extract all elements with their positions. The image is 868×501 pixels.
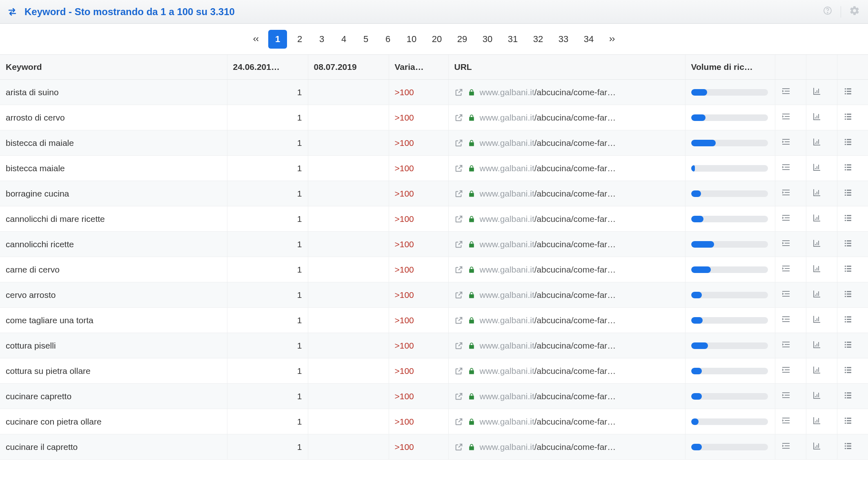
- cell-keyword[interactable]: arista di suino: [0, 80, 227, 105]
- cell-action-chart[interactable]: [806, 156, 837, 181]
- cell-keyword[interactable]: cervo arrosto: [0, 282, 227, 308]
- cell-keyword[interactable]: bistecca di maiale: [0, 130, 227, 156]
- external-link-icon[interactable]: [454, 240, 463, 249]
- cell-action-chart[interactable]: [806, 206, 837, 232]
- cell-action-indent[interactable]: [775, 156, 806, 181]
- cell-url[interactable]: www.galbani.it/abcucina/come-far…: [448, 257, 685, 282]
- page-10[interactable]: 10: [401, 30, 423, 49]
- cell-url[interactable]: www.galbani.it/abcucina/come-far…: [448, 105, 685, 130]
- cell-action-indent[interactable]: [775, 105, 806, 130]
- page-30[interactable]: 30: [476, 30, 499, 49]
- chart-icon[interactable]: [812, 441, 822, 451]
- url-text[interactable]: www.galbani.it/abcucina/come-far…: [480, 113, 616, 123]
- cell-url[interactable]: www.galbani.it/abcucina/come-far…: [448, 181, 685, 206]
- chart-icon[interactable]: [812, 416, 822, 425]
- chart-icon[interactable]: [812, 188, 822, 197]
- cell-action-chart[interactable]: [806, 409, 837, 434]
- chart-icon[interactable]: [812, 264, 822, 273]
- cell-action-list[interactable]: [837, 105, 868, 130]
- page-31[interactable]: 31: [502, 30, 524, 49]
- indent-icon[interactable]: [781, 112, 791, 121]
- cell-url[interactable]: www.galbani.it/abcucina/come-far…: [448, 232, 685, 257]
- cell-url[interactable]: www.galbani.it/abcucina/come-far…: [448, 206, 685, 232]
- cell-action-chart[interactable]: [806, 333, 837, 358]
- cell-action-list[interactable]: [837, 130, 868, 156]
- page-33[interactable]: 33: [552, 30, 574, 49]
- list-icon[interactable]: [843, 162, 853, 172]
- list-icon[interactable]: [843, 86, 853, 96]
- cell-action-list[interactable]: [837, 384, 868, 409]
- chart-icon[interactable]: [812, 213, 822, 223]
- cell-action-indent[interactable]: [775, 434, 806, 460]
- external-link-icon[interactable]: [454, 367, 463, 376]
- cell-action-indent[interactable]: [775, 308, 806, 333]
- cell-action-chart[interactable]: [806, 80, 837, 105]
- url-text[interactable]: www.galbani.it/abcucina/come-far…: [480, 214, 616, 224]
- indent-icon[interactable]: [781, 441, 791, 451]
- cell-action-list[interactable]: [837, 206, 868, 232]
- list-icon[interactable]: [843, 264, 853, 273]
- cell-url[interactable]: www.galbani.it/abcucina/come-far…: [448, 333, 685, 358]
- page-20[interactable]: 20: [426, 30, 448, 49]
- chart-icon[interactable]: [812, 314, 822, 324]
- col-header-date1[interactable]: 24.06.201…: [227, 55, 308, 80]
- cell-action-list[interactable]: [837, 409, 868, 434]
- cell-action-list[interactable]: [837, 181, 868, 206]
- url-text[interactable]: www.galbani.it/abcucina/come-far…: [480, 366, 616, 376]
- indent-icon[interactable]: [781, 213, 791, 223]
- page-3[interactable]: 3: [312, 30, 331, 49]
- url-text[interactable]: www.galbani.it/abcucina/come-far…: [480, 391, 616, 401]
- url-text[interactable]: www.galbani.it/abcucina/come-far…: [480, 290, 616, 300]
- list-icon[interactable]: [843, 188, 853, 197]
- page-29[interactable]: 29: [451, 30, 473, 49]
- chart-icon[interactable]: [812, 238, 822, 248]
- col-header-date2[interactable]: 08.07.2019: [308, 55, 389, 80]
- cell-action-chart[interactable]: [806, 105, 837, 130]
- cell-keyword[interactable]: bistecca maiale: [0, 156, 227, 181]
- col-header-url[interactable]: URL: [448, 55, 685, 80]
- cell-action-chart[interactable]: [806, 434, 837, 460]
- external-link-icon[interactable]: [454, 392, 463, 401]
- cell-action-indent[interactable]: [775, 130, 806, 156]
- url-text[interactable]: www.galbani.it/abcucina/come-far…: [480, 87, 616, 97]
- cell-action-chart[interactable]: [806, 257, 837, 282]
- indent-icon[interactable]: [781, 162, 791, 172]
- cell-action-chart[interactable]: [806, 181, 837, 206]
- cell-action-list[interactable]: [837, 333, 868, 358]
- cell-keyword[interactable]: arrosto di cervo: [0, 105, 227, 130]
- cell-action-list[interactable]: [837, 308, 868, 333]
- indent-icon[interactable]: [781, 416, 791, 425]
- cell-keyword[interactable]: cannolicchi di mare ricette: [0, 206, 227, 232]
- external-link-icon[interactable]: [454, 291, 463, 300]
- url-text[interactable]: www.galbani.it/abcucina/come-far…: [480, 341, 616, 351]
- indent-icon[interactable]: [781, 188, 791, 197]
- cell-url[interactable]: www.galbani.it/abcucina/come-far…: [448, 130, 685, 156]
- list-icon[interactable]: [843, 112, 853, 121]
- indent-icon[interactable]: [781, 238, 791, 248]
- chart-icon[interactable]: [812, 112, 822, 121]
- chart-icon[interactable]: [812, 365, 822, 375]
- external-link-icon[interactable]: [454, 215, 463, 224]
- chart-icon[interactable]: [812, 162, 822, 172]
- external-link-icon[interactable]: [454, 88, 463, 97]
- list-icon[interactable]: [843, 137, 853, 147]
- list-icon[interactable]: [843, 314, 853, 324]
- external-link-icon[interactable]: [454, 113, 463, 122]
- page-1[interactable]: 1: [268, 30, 287, 49]
- cell-url[interactable]: www.galbani.it/abcucina/come-far…: [448, 358, 685, 384]
- cell-action-list[interactable]: [837, 232, 868, 257]
- cell-keyword[interactable]: carne di cervo: [0, 257, 227, 282]
- cell-action-list[interactable]: [837, 282, 868, 308]
- col-header-volume[interactable]: Volume di ric…: [685, 55, 775, 80]
- cell-action-chart[interactable]: [806, 282, 837, 308]
- list-icon[interactable]: [843, 441, 853, 451]
- chart-icon[interactable]: [812, 390, 822, 400]
- cell-action-indent[interactable]: [775, 80, 806, 105]
- page-5[interactable]: 5: [356, 30, 375, 49]
- cell-url[interactable]: www.galbani.it/abcucina/come-far…: [448, 384, 685, 409]
- cell-keyword[interactable]: cottura piselli: [0, 333, 227, 358]
- pagination-first[interactable]: [246, 30, 265, 49]
- page-34[interactable]: 34: [578, 30, 600, 49]
- cell-action-indent[interactable]: [775, 333, 806, 358]
- page-4[interactable]: 4: [334, 30, 353, 49]
